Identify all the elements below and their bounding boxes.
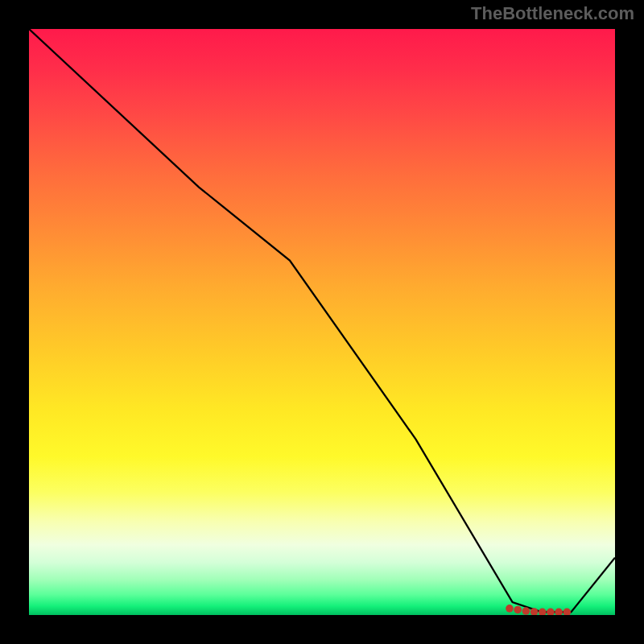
marker-dot <box>522 607 530 615</box>
series-line <box>29 29 615 612</box>
marker-dot <box>539 609 547 615</box>
plot-area <box>29 29 615 615</box>
attribution-label: TheBottleneck.com <box>471 3 634 24</box>
marker-dot <box>547 609 555 615</box>
marker-dot <box>564 609 572 615</box>
line-series <box>29 29 615 612</box>
chart-svg <box>29 29 615 615</box>
marker-dot <box>555 609 563 615</box>
marker-dot <box>506 605 514 613</box>
marker-dot <box>514 606 522 614</box>
series-markers <box>506 605 571 615</box>
chart-container: TheBottleneck.com <box>0 0 644 644</box>
